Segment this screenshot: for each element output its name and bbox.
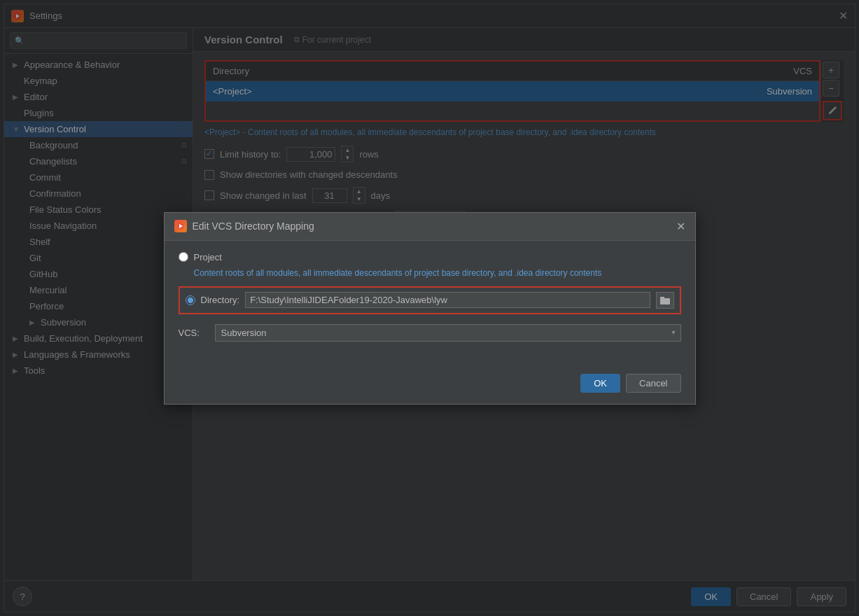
project-radio-label: Project — [194, 252, 222, 262]
modal-overlay: Edit VCS Directory Mapping ✕ Project Con… — [0, 0, 859, 616]
directory-row: Directory: — [179, 286, 681, 314]
modal-close-button[interactable]: ✕ — [676, 220, 685, 233]
vcs-select-wrap: Subversion Git Mercurial Perforce <none>… — [215, 324, 681, 342]
modal-title: Edit VCS Directory Mapping — [193, 220, 314, 232]
modal-header: Edit VCS Directory Mapping ✕ — [165, 213, 695, 241]
edit-vcs-dialog: Edit VCS Directory Mapping ✕ Project Con… — [164, 212, 696, 405]
directory-radio[interactable] — [186, 295, 195, 305]
project-radio[interactable] — [179, 252, 188, 262]
directory-path-input[interactable] — [245, 292, 650, 308]
modal-footer: OK Cancel — [165, 367, 695, 404]
modal-cancel-button[interactable]: Cancel — [626, 374, 680, 393]
directory-radio-label: Directory: — [201, 295, 240, 305]
modal-body: Project Content roots of all modules, al… — [165, 241, 695, 367]
browse-folder-button[interactable] — [656, 292, 674, 309]
vcs-label: VCS: — [179, 328, 207, 338]
modal-title-wrap: Edit VCS Directory Mapping — [174, 220, 314, 232]
svg-rect-5 — [660, 297, 664, 299]
modal-ok-button[interactable]: OK — [580, 374, 620, 393]
project-radio-row: Project — [179, 252, 681, 262]
modal-app-icon — [174, 220, 187, 232]
project-radio-desc: Content roots of all modules, all immedi… — [194, 268, 681, 278]
vcs-select[interactable]: Subversion Git Mercurial Perforce <none> — [215, 324, 681, 342]
vcs-row: VCS: Subversion Git Mercurial Perforce <… — [179, 324, 681, 342]
svg-rect-4 — [660, 298, 670, 304]
